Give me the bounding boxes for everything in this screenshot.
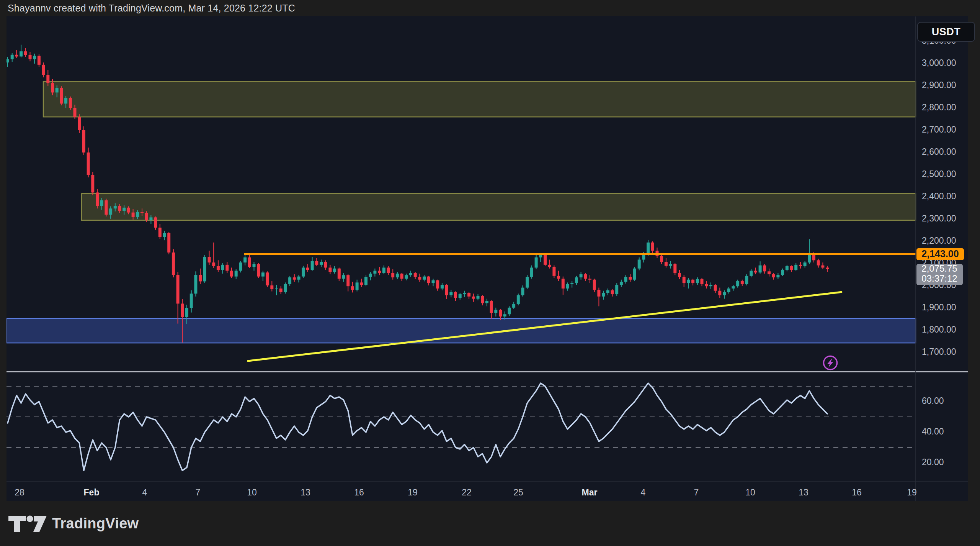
svg-text:7: 7 [196, 487, 201, 497]
svg-text:1,900.00: 1,900.00 [922, 302, 956, 312]
rsi-pane [7, 383, 916, 471]
demand-zone [7, 318, 916, 343]
svg-text:1,800.00: 1,800.00 [922, 325, 956, 334]
svg-text:10: 10 [247, 487, 257, 497]
svg-text:40.00: 40.00 [922, 426, 944, 436]
svg-text:2,900.00: 2,900.00 [922, 80, 956, 90]
svg-text:20.00: 20.00 [922, 457, 944, 467]
supply-zone-lower [82, 193, 916, 220]
price-chart-canvas[interactable]: 3,100.003,000.002,900.002,800.002,700.00… [7, 16, 968, 501]
svg-text:60.00: 60.00 [922, 396, 944, 406]
svg-text:2,143.00: 2,143.00 [921, 248, 959, 259]
svg-text:2,200.00: 2,200.00 [922, 236, 956, 246]
svg-text:19: 19 [408, 487, 418, 497]
svg-text:3,000.00: 3,000.00 [922, 58, 956, 68]
svg-text:16: 16 [354, 487, 364, 497]
svg-text:25: 25 [513, 487, 523, 497]
footer-bar: TradingView [0, 501, 980, 546]
svg-text:4: 4 [142, 487, 147, 497]
top-bar: Shayannv created with TradingView.com, M… [0, 0, 980, 16]
svg-text:16: 16 [852, 487, 862, 497]
svg-text:2,500.00: 2,500.00 [922, 169, 956, 179]
quote-currency-badge[interactable]: USDT [917, 22, 975, 42]
quote-currency-label: USDT [932, 26, 961, 38]
svg-text:13: 13 [301, 487, 310, 497]
tradingview-logo-text: TradingView [52, 515, 139, 532]
svg-text:2,700.00: 2,700.00 [922, 125, 956, 134]
svg-text:10: 10 [745, 487, 755, 497]
tradingview-logo[interactable]: TradingView [0, 514, 139, 533]
svg-text:2,075.75: 2,075.75 [921, 263, 957, 274]
svg-text:7: 7 [694, 487, 699, 497]
resistance-price-label: 2,143.00 [916, 248, 964, 260]
chart-panel: 3,100.003,000.002,900.002,800.002,700.00… [7, 16, 968, 501]
rsi-line [8, 383, 827, 471]
attribution-text: Shayannv created with TradingView.com, M… [0, 3, 295, 14]
svg-text:1,700.00: 1,700.00 [922, 347, 956, 357]
svg-text:13: 13 [799, 487, 808, 497]
countdown-label: 03:37:12 [921, 273, 957, 284]
tradingview-logo-mark [8, 514, 47, 533]
svg-text:Mar: Mar [582, 487, 598, 497]
svg-text:2,300.00: 2,300.00 [922, 213, 956, 223]
svg-text:2,800.00: 2,800.00 [922, 102, 956, 112]
svg-text:22: 22 [462, 487, 472, 497]
svg-text:28: 28 [15, 487, 24, 497]
last-price-label: 2,075.7503:37:12 [916, 263, 963, 285]
svg-text:2,600.00: 2,600.00 [922, 147, 956, 157]
svg-text:4: 4 [641, 487, 646, 497]
svg-text:Feb: Feb [84, 487, 100, 497]
supply-zone-upper [43, 81, 916, 117]
svg-text:2,400.00: 2,400.00 [922, 191, 956, 201]
lightning-icon [822, 355, 838, 371]
flash-action-button[interactable] [822, 355, 838, 371]
svg-text:19: 19 [907, 487, 917, 497]
time-axis[interactable]: 28Feb47101316192225Mar4710131619 [15, 487, 917, 497]
